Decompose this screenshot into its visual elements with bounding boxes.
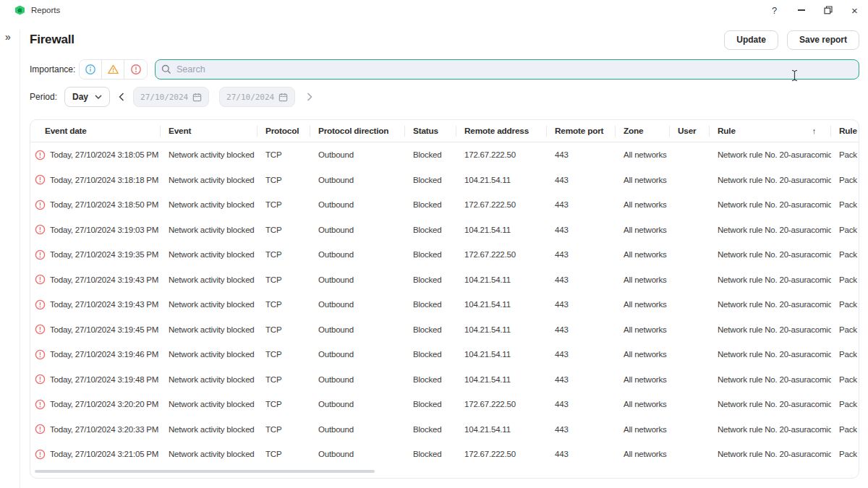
cell-remote_address: 104.21.54.11 <box>456 375 547 384</box>
cell-zone: All networks <box>616 450 670 458</box>
cell-rule: Network rule No. 20-asuracomic <box>710 176 831 184</box>
cell-zone: All networks <box>616 375 670 384</box>
column-header-zone[interactable]: Zone <box>616 120 670 142</box>
column-header-user[interactable]: User <box>670 120 710 142</box>
table-row[interactable]: Today, 27/10/2024 3:20:33 PMNetwork acti… <box>30 417 859 442</box>
cell-rule_type: Pack <box>831 176 859 184</box>
cell-zone: All networks <box>616 300 670 309</box>
cell-remote_port: 443 <box>547 200 616 209</box>
column-header-remote-address[interactable]: Remote address <box>456 120 547 142</box>
importance-warning-toggle[interactable] <box>102 60 124 79</box>
cell-protocol: TCP <box>258 400 310 408</box>
cell-rule: Network rule No. 20-asuracomic <box>710 300 831 309</box>
table-header: Event dateEventProtocolProtocol directio… <box>30 120 859 142</box>
table-row[interactable]: Today, 27/10/2024 3:18:05 PMNetwork acti… <box>30 142 859 168</box>
cell-event: Network activity blocked <box>161 375 258 384</box>
table-row[interactable]: Today, 27/10/2024 3:18:18 PMNetwork acti… <box>30 168 859 193</box>
restore-button[interactable] <box>814 0 841 20</box>
table-row[interactable]: Today, 27/10/2024 3:19:35 PMNetwork acti… <box>30 242 859 267</box>
column-header-rule[interactable]: Rule <box>831 120 859 142</box>
minimize-button[interactable] <box>788 0 814 20</box>
close-button[interactable]: × <box>841 0 868 20</box>
column-header-protocol[interactable]: Protocol <box>258 120 310 142</box>
error-icon <box>35 200 46 210</box>
cell-zone: All networks <box>616 350 670 359</box>
save-report-button[interactable]: Save report <box>787 30 859 50</box>
cell-direction: Outbound <box>310 425 405 434</box>
cell-rule: Network rule No. 20-asuracomic <box>710 425 831 434</box>
update-button[interactable]: Update <box>724 30 778 50</box>
cell-status: Blocked <box>405 300 456 309</box>
expand-sidebar-button[interactable]: » <box>5 31 11 43</box>
cell-zone: All networks <box>616 226 670 234</box>
cell-rule: Network rule No. 20-asuracomic <box>710 325 831 334</box>
cell-remote_address: 172.67.222.50 <box>456 250 547 259</box>
cell-direction: Outbound <box>310 325 405 334</box>
chevron-left-icon <box>119 93 124 101</box>
cell-protocol: TCP <box>258 300 310 309</box>
cell-status: Blocked <box>405 375 456 384</box>
column-header-event-date[interactable]: Event date <box>30 120 161 142</box>
previous-period-button[interactable] <box>116 87 127 107</box>
table-row[interactable]: Today, 27/10/2024 3:19:43 PMNetwork acti… <box>30 292 859 317</box>
cell-date: Today, 27/10/2024 3:18:05 PM <box>30 150 161 160</box>
table-row[interactable]: Today, 27/10/2024 3:18:50 PMNetwork acti… <box>30 192 859 218</box>
cell-status: Blocked <box>405 275 456 284</box>
date-to-field[interactable]: 27/10/2024 <box>219 87 295 107</box>
error-icon <box>35 374 46 385</box>
collapsed-sidebar: » <box>0 30 20 488</box>
next-period-button[interactable] <box>304 87 315 107</box>
cell-zone: All networks <box>616 400 670 408</box>
cell-remote_address: 172.67.222.50 <box>456 450 547 458</box>
cell-status: Blocked <box>405 350 456 359</box>
search-placeholder: Search <box>176 64 205 74</box>
table-row[interactable]: Today, 27/10/2024 3:19:48 PMNetwork acti… <box>30 367 859 393</box>
error-icon <box>35 349 46 360</box>
cell-rule: Network rule No. 20-asuracomic <box>710 400 831 408</box>
cell-remote_address: 172.67.222.50 <box>456 200 547 209</box>
minimize-icon <box>798 9 805 10</box>
cell-protocol: TCP <box>258 350 310 359</box>
error-icon <box>35 274 46 285</box>
search-input[interactable]: Search <box>155 59 859 80</box>
table-row[interactable]: Today, 27/10/2024 3:19:45 PMNetwork acti… <box>30 317 859 343</box>
cell-rule_type: Pack <box>831 325 859 334</box>
cell-remote_address: 104.21.54.11 <box>456 325 547 334</box>
cell-zone: All networks <box>616 150 670 159</box>
cell-remote_port: 443 <box>547 150 616 159</box>
help-button[interactable]: ? <box>761 0 788 20</box>
cell-date: Today, 27/10/2024 3:20:20 PM <box>30 399 161 410</box>
column-header-remote-port[interactable]: Remote port <box>547 120 616 142</box>
importance-info-toggle[interactable] <box>80 60 102 79</box>
period-range-select[interactable]: Day <box>64 87 110 107</box>
window-controls: ? × <box>761 0 868 20</box>
error-icon <box>35 174 46 185</box>
table-row[interactable]: Today, 27/10/2024 3:19:43 PMNetwork acti… <box>30 267 859 293</box>
cell-rule: Network rule No. 20-asuracomic <box>710 350 831 359</box>
importance-filter-group <box>79 59 148 80</box>
info-icon <box>85 64 96 75</box>
cell-date: Today, 27/10/2024 3:18:18 PM <box>30 174 161 185</box>
cell-date: Today, 27/10/2024 3:19:46 PM <box>30 349 161 360</box>
cell-rule_type: Pack <box>831 226 859 234</box>
cell-event: Network activity blocked <box>161 275 258 284</box>
column-header-event[interactable]: Event <box>161 120 258 142</box>
table-row[interactable]: Today, 27/10/2024 3:19:03 PMNetwork acti… <box>30 218 859 243</box>
table-row[interactable]: Today, 27/10/2024 3:21:05 PMNetwork acti… <box>30 442 859 467</box>
cell-rule: Network rule No. 20-asuracomic <box>710 200 831 209</box>
calendar-icon <box>278 93 288 102</box>
table-row[interactable]: Today, 27/10/2024 3:20:20 PMNetwork acti… <box>30 392 859 417</box>
column-header-protocol-direction[interactable]: Protocol direction <box>310 120 405 142</box>
cell-rule_type: Pack <box>831 150 859 159</box>
horizontal-scrollbar[interactable] <box>35 470 375 473</box>
date-from-field[interactable]: 27/10/2024 <box>133 87 209 107</box>
cell-remote_port: 443 <box>547 425 616 434</box>
table-row[interactable]: Today, 27/10/2024 3:19:46 PMNetwork acti… <box>30 342 859 367</box>
window-title: Reports <box>31 6 60 14</box>
cell-date: Today, 27/10/2024 3:19:43 PM <box>30 299 161 310</box>
importance-error-toggle[interactable] <box>124 60 147 79</box>
column-header-rule[interactable]: Rule↑ <box>710 120 831 142</box>
cell-event: Network activity blocked <box>161 425 258 434</box>
column-header-status[interactable]: Status <box>405 120 456 142</box>
cell-remote_port: 443 <box>547 176 616 184</box>
